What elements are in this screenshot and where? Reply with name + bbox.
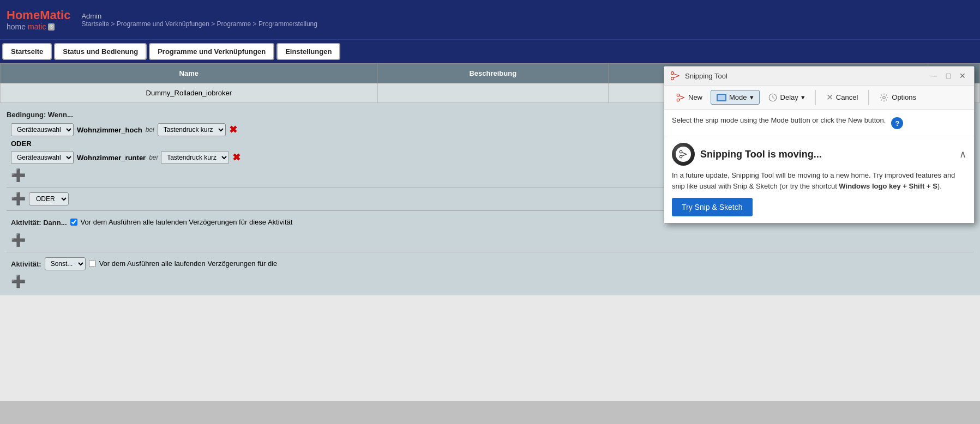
svg-line-15 [682, 154, 687, 156]
scissors-small-icon [678, 149, 688, 159]
snipping-tool-dialog: Snipping Tool ─ □ ✕ New [664, 66, 975, 223]
snipping-moving: Snipping Tool is moving... ∧ In a future… [664, 136, 974, 223]
dann-text: Vor dem Ausführen alle laufenden Verzöge… [81, 218, 293, 226]
cancel-x-icon: ✕ [826, 92, 833, 102]
moving-header: Snipping Tool is moving... ∧ [672, 143, 966, 166]
svg-point-11 [883, 96, 886, 99]
bei-2: bei [149, 154, 158, 161]
svg-line-7 [679, 98, 684, 99]
cell-name: Dummy_Rolladen_iobroker [1, 83, 378, 103]
nav-einstellungen[interactable]: Einstellungen [276, 43, 340, 60]
dann-checkbox[interactable] [70, 219, 77, 226]
hint-text: Select the snip mode using the Mode butt… [672, 116, 886, 124]
try-snip-sketch-button[interactable]: Try Snip & Sketch [672, 198, 753, 216]
action-select-2[interactable]: Tastendruck kurz [161, 151, 229, 164]
svg-line-2 [674, 74, 679, 76]
scissors-icon [670, 70, 681, 81]
new-label: New [688, 93, 702, 101]
add-oder-btn[interactable]: ➕ [11, 192, 26, 206]
logo-matic: Matic [40, 8, 70, 22]
dann-add-row: ➕ [7, 231, 973, 250]
col-name: Name [1, 64, 378, 83]
remove-btn-2[interactable]: ✖ [232, 152, 241, 163]
separator-1 [815, 90, 816, 105]
svg-point-5 [677, 99, 680, 101]
snipping-title-text: Snipping Tool [685, 72, 728, 80]
logo: HomeMatic homematic® [7, 8, 70, 31]
svg-line-14 [682, 153, 687, 154]
window-controls: ─ □ ✕ [928, 70, 969, 82]
delay-button[interactable]: Delay ▾ [762, 89, 811, 106]
logo-home: Home [7, 8, 40, 22]
mode-label: Mode [729, 93, 747, 101]
logo-text: HomeMatic [7, 8, 70, 22]
options-button[interactable]: Options [873, 89, 922, 106]
close-btn[interactable]: ✕ [957, 70, 969, 82]
moving-logo [672, 143, 695, 166]
navbar: Startseite Status und Bedienung Programm… [0, 39, 980, 63]
content-area: Name Beschreibung Bedingung (Wenn ...) D… [0, 63, 980, 401]
add-dann-btn[interactable]: ➕ [11, 233, 26, 247]
aktivitat-sonst-label: Aktivität: [11, 257, 41, 270]
delay-chevron: ▾ [801, 93, 805, 101]
new-button[interactable]: New [670, 89, 708, 106]
moving-title: Snipping Tool is moving... [700, 149, 822, 160]
aktivitat-dann-label: Aktivität: Dann... [11, 215, 67, 229]
nav-startseite[interactable]: Startseite [2, 43, 52, 60]
header-info: Admin Startseite > Programme und Verknüp… [81, 12, 317, 28]
svg-point-4 [677, 94, 680, 96]
cancel-button[interactable]: ✕ Cancel [820, 89, 864, 106]
sonst-add-row: ➕ [7, 272, 973, 291]
add-sonst-btn[interactable]: ➕ [11, 275, 26, 289]
moving-text: In a future update, Snipping Tool will b… [672, 170, 966, 191]
new-scissors-icon [676, 93, 686, 102]
device-2: Wohnzimmer_runter [77, 154, 146, 162]
mode-chevron: ▾ [750, 93, 754, 101]
geraeteauswahl-2[interactable]: Geräteauswahl [11, 151, 74, 164]
gear-icon [879, 93, 889, 102]
minimize-btn[interactable]: ─ [928, 70, 940, 82]
snipping-hint: Select the snip mode using the Mode butt… [672, 116, 966, 129]
svg-line-10 [773, 98, 774, 99]
aktivitat-sonst-row: Aktivität: Sonst... Vor dem Ausführen al… [7, 255, 973, 272]
collapse-btn[interactable]: ∧ [959, 148, 966, 160]
action-select-1[interactable]: Tastendruck kurz [158, 123, 226, 136]
svg-line-6 [679, 95, 684, 97]
mode-icon [717, 94, 726, 101]
sonst-text: Vor dem Ausführen alle laufenden Verzöge… [99, 259, 278, 268]
col-beschreibung: Beschreibung [377, 64, 608, 83]
help-icon: ? [891, 117, 903, 129]
clock-icon [768, 93, 778, 102]
sonst-checkbox[interactable] [89, 260, 96, 267]
cancel-label: Cancel [836, 93, 858, 101]
sonst-select[interactable]: Sonst... [45, 257, 86, 270]
nav-status[interactable]: Status und Bedienung [54, 43, 147, 60]
separator-2 [868, 90, 869, 105]
oder-dropdown[interactable]: ODER [29, 192, 69, 205]
snipping-toolbar: New Mode ▾ Delay ▾ ✕ [664, 86, 974, 110]
breadcrumb: Startseite > Programme und Verknüpfungen… [81, 20, 317, 28]
moving-logo-inner [676, 147, 691, 162]
device-1: Wohnzimmer_hoch [77, 126, 142, 134]
add-condition-btn[interactable]: ➕ [11, 168, 26, 183]
delay-label: Delay [780, 93, 798, 101]
nav-programme[interactable]: Programme und Verknüpfungen [149, 43, 274, 60]
svg-point-12 [680, 150, 682, 153]
maximize-btn[interactable]: □ [942, 70, 954, 82]
snipping-titlebar: Snipping Tool ─ □ ✕ [664, 66, 974, 86]
svg-point-0 [671, 72, 674, 75]
remove-btn-1[interactable]: ✖ [229, 124, 237, 136]
snipping-title-left: Snipping Tool [670, 70, 728, 81]
header-user: Admin [81, 12, 317, 20]
geraeteauswahl-1[interactable]: Geräteauswahl [11, 123, 74, 136]
trademark: ® [48, 23, 54, 31]
svg-point-13 [680, 155, 682, 158]
cell-beschreibung [377, 83, 608, 103]
svg-point-1 [671, 77, 674, 80]
options-label: Options [892, 93, 916, 101]
mode-button[interactable]: Mode ▾ [711, 90, 760, 105]
logo-subtext: homematic® [7, 22, 70, 31]
moving-title-row: Snipping Tool is moving... [672, 143, 822, 166]
app-header: HomeMatic homematic® Admin Startseite > … [0, 0, 980, 39]
svg-line-3 [674, 76, 679, 78]
